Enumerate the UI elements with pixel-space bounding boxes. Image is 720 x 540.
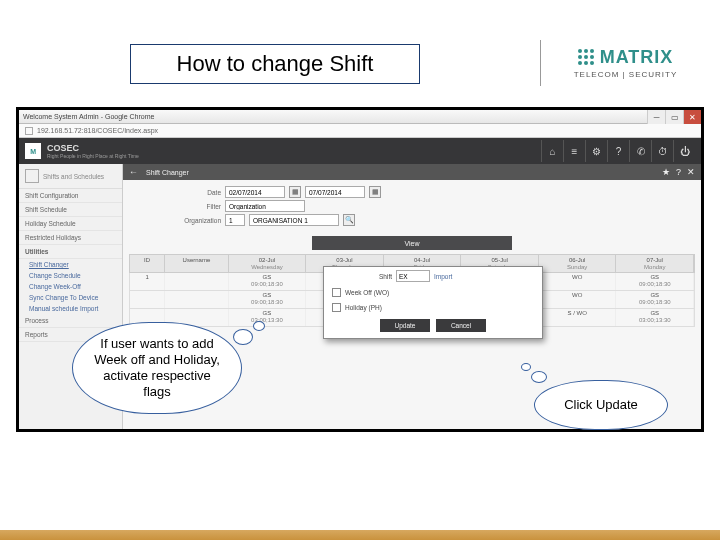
logo-dots-icon — [578, 49, 596, 67]
holiday-checkbox[interactable] — [332, 303, 341, 312]
calendar-icon[interactable]: ▦ — [369, 186, 381, 198]
slide-title: How to change Shift — [177, 51, 374, 77]
url-text: 192.168.51.72:818/COSEC/Index.aspx — [37, 127, 158, 134]
maximize-button[interactable]: ▭ — [665, 110, 683, 124]
footer-decor — [0, 530, 720, 540]
callout-update: Click Update — [534, 380, 668, 430]
callout-update-text: Click Update — [564, 397, 638, 413]
weekoff-label: Week Off (WO) — [345, 289, 389, 296]
product-name: COSEC — [47, 144, 139, 153]
window-buttons: ─ ▭ ✕ — [647, 110, 701, 124]
date-from-input[interactable] — [225, 186, 285, 198]
filter-label: Filter — [131, 203, 221, 210]
shift-edit-popup: Shift Import Week Off (WO) Holiday (PH) … — [323, 266, 543, 339]
filter-select[interactable] — [225, 200, 305, 212]
sidebar-sub-change-weekoff[interactable]: Change Week-Off — [19, 281, 122, 292]
date-to-input[interactable] — [305, 186, 365, 198]
sidebar-sub-shift-changer[interactable]: Shift Changer — [19, 259, 122, 270]
view-button[interactable]: View — [312, 236, 512, 250]
sidebar-utilities-label: Utilities — [19, 245, 122, 259]
col-username: Username — [183, 257, 211, 263]
holiday-label: Holiday (PH) — [345, 304, 382, 311]
help-icon[interactable]: ? — [676, 167, 681, 177]
browser-url-bar: 192.168.51.72:818/COSEC/Index.aspx — [19, 124, 701, 138]
update-button[interactable]: Update — [380, 319, 430, 332]
popup-shift-input[interactable] — [396, 270, 430, 282]
close-button[interactable]: ✕ — [683, 110, 701, 124]
col-id: ID — [144, 257, 150, 263]
header-icons: ⌂ ≡ ⚙ ? ✆ ⏱ ⏻ — [541, 140, 695, 162]
panel-title-bar: ← Shift Changer ★ ? ✕ — [123, 164, 701, 180]
help-icon[interactable]: ? — [607, 140, 629, 162]
home-icon[interactable]: ⌂ — [541, 140, 563, 162]
tab-title: Welcome System Admin - Google Chrome — [23, 113, 154, 120]
sidebar-item[interactable]: Restricted Holidays — [19, 231, 122, 245]
org-name-input[interactable] — [249, 214, 339, 226]
sidebar-sub-sync[interactable]: Sync Change To Device — [19, 292, 122, 303]
panel-title: Shift Changer — [146, 169, 189, 176]
sidebar-item[interactable]: Holiday Schedule — [19, 217, 122, 231]
weekoff-checkbox[interactable] — [332, 288, 341, 297]
sidebar-item[interactable]: Shift Schedule — [19, 203, 122, 217]
org-label: Organization — [131, 217, 221, 224]
callout-flags-text: If user wants to add Week off and Holida… — [89, 336, 225, 401]
popup-import-link[interactable]: Import — [434, 273, 452, 280]
calendar-icon — [25, 169, 39, 183]
sidebar-item[interactable]: Shift Configuration — [19, 189, 122, 203]
product-tagline: Right People in Right Place at Right Tim… — [47, 154, 139, 159]
logo-brand: MATRIX — [600, 47, 674, 68]
time-icon[interactable]: ⏱ — [651, 140, 673, 162]
date-label: Date — [131, 189, 221, 196]
sidebar-sub-manual-import[interactable]: Manual schedule Import — [19, 303, 122, 314]
sidebar-section-header: Shifts and Schedules — [19, 164, 122, 189]
app-logo-icon: M — [25, 143, 41, 159]
popup-shift-label: Shift — [332, 273, 392, 280]
sidebar-section-label: Shifts and Schedules — [43, 173, 104, 180]
slide-title-box: How to change Shift — [130, 44, 420, 84]
browser-titlebar: Welcome System Admin - Google Chrome ─ ▭… — [19, 110, 701, 124]
logo-subtext: TELECOM | SECURITY — [574, 70, 678, 79]
sidebar-sub-change-schedule[interactable]: Change Schedule — [19, 270, 122, 281]
minimize-button[interactable]: ─ — [647, 110, 665, 124]
cancel-button[interactable]: Cancel — [436, 319, 486, 332]
phone-icon[interactable]: ✆ — [629, 140, 651, 162]
matrix-logo: MATRIX TELECOM | SECURITY — [540, 40, 700, 86]
lookup-icon[interactable]: 🔍 — [343, 214, 355, 226]
menu-icon[interactable]: ≡ — [563, 140, 585, 162]
gear-icon[interactable]: ⚙ — [585, 140, 607, 162]
filter-block: Date ▦ ▦ Filter Organization 🔍 — [123, 180, 701, 232]
panel-close-icon[interactable]: ✕ — [687, 167, 695, 177]
app-header: M COSEC Right People in Right Place at R… — [19, 138, 701, 164]
calendar-icon[interactable]: ▦ — [289, 186, 301, 198]
org-code-input[interactable] — [225, 214, 245, 226]
page-icon — [25, 127, 33, 135]
sidebar-process[interactable]: Process — [19, 314, 122, 328]
callout-flags: If user wants to add Week off and Holida… — [72, 322, 242, 414]
back-arrow-icon[interactable]: ← — [129, 167, 138, 177]
star-icon[interactable]: ★ — [662, 167, 670, 177]
power-icon[interactable]: ⏻ — [673, 140, 695, 162]
